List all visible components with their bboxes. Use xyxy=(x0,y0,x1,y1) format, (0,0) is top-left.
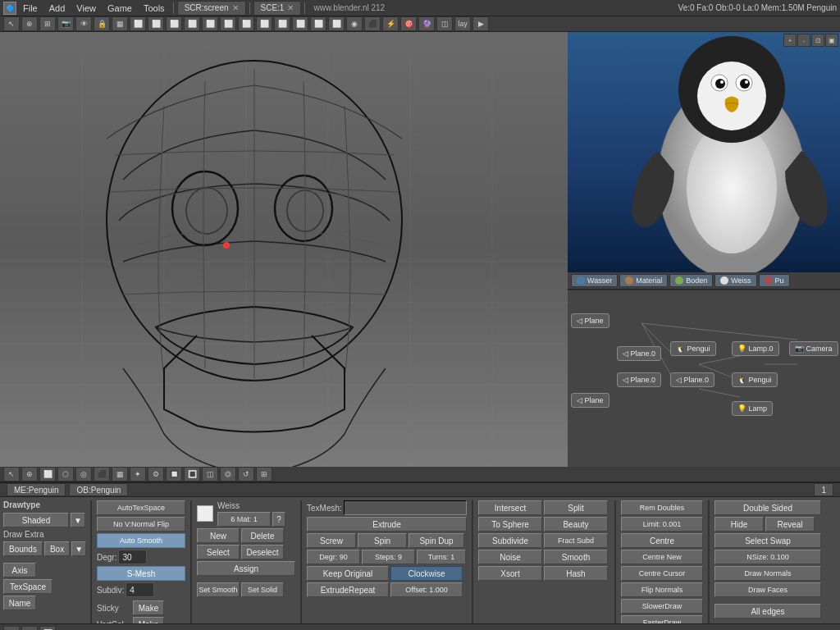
spin-dup-btn[interactable]: Spin Dup xyxy=(409,533,464,548)
centre-btn[interactable]: Centre xyxy=(621,533,703,548)
xsort-btn[interactable]: Xsort xyxy=(478,566,542,581)
box-dropdown[interactable]: ▼ xyxy=(71,541,86,556)
select-swap-btn[interactable]: Select Swap xyxy=(714,533,821,548)
3d-viewport[interactable] xyxy=(0,32,568,467)
mat-weiss[interactable]: Weiss xyxy=(714,274,756,286)
steps-field-btn[interactable]: Steps: 9 xyxy=(362,550,415,564)
tb-b4[interactable]: ⬜ xyxy=(184,16,200,31)
tb2-a4[interactable]: ⬡ xyxy=(57,467,74,482)
menu-file[interactable]: File xyxy=(18,1,43,16)
tb-mesh[interactable]: ▦ xyxy=(112,16,128,31)
tb-more[interactable]: ▶ xyxy=(472,16,489,31)
clockwise-btn[interactable]: Clockwise xyxy=(390,566,463,581)
name-btn[interactable]: Name xyxy=(3,596,36,610)
number-value[interactable]: 1 xyxy=(814,483,833,496)
keep-original-btn[interactable]: Keep Original xyxy=(307,566,389,581)
tb2-a7[interactable]: ▦ xyxy=(112,467,128,482)
bb-a2[interactable]: ⊕ xyxy=(21,626,38,631)
split-btn[interactable]: Split xyxy=(544,500,608,515)
bb-a3[interactable]: ⬜ xyxy=(39,626,56,631)
centre-cursor-btn[interactable]: Centre Cursor xyxy=(621,566,703,581)
texspace-btn[interactable]: TexSpace xyxy=(3,579,52,594)
tb-b5[interactable]: ⬜ xyxy=(202,16,218,31)
set-smooth-btn[interactable]: Set Smooth xyxy=(197,582,240,597)
tb2-a6[interactable]: ⬛ xyxy=(94,467,110,482)
hash-btn[interactable]: Hash xyxy=(544,566,608,581)
tb2-a9[interactable]: ⚙ xyxy=(148,467,164,482)
tb-b8[interactable]: ⬜ xyxy=(256,16,272,31)
tb-b11[interactable]: ⬜ xyxy=(310,16,326,31)
node-lamp1[interactable]: 💡 Lamp.0 xyxy=(732,341,779,356)
node-pengui2[interactable]: 🐧 Pengui xyxy=(732,372,778,387)
tb-lamp2[interactable]: ⚡ xyxy=(382,16,399,31)
weiss-color-swatch[interactable] xyxy=(197,505,213,522)
shaded-btn[interactable]: Shaded xyxy=(3,513,69,527)
mat-pu[interactable]: Pu xyxy=(759,274,790,286)
zoom-plus-btn[interactable]: + xyxy=(783,34,797,47)
node-lamp2[interactable]: 💡 Lamp xyxy=(732,401,773,416)
new-btn[interactable]: New xyxy=(197,528,240,543)
tb-grid[interactable]: ⊞ xyxy=(39,16,56,31)
tb-lock[interactable]: 🔒 xyxy=(94,16,110,31)
tb-b3[interactable]: ⬜ xyxy=(166,16,182,31)
tb2-a10[interactable]: 🔲 xyxy=(166,467,182,482)
turns-field-btn[interactable]: Turns: 1 xyxy=(417,550,466,564)
tb2-a14[interactable]: ↺ xyxy=(238,467,254,482)
flip-normals-btn[interactable]: Flip Normals xyxy=(621,582,703,597)
slower-draw-btn[interactable]: SlowerDraw xyxy=(621,599,703,614)
tb-b2[interactable]: ⬜ xyxy=(148,16,164,31)
node-plane3[interactable]: ◁ Plane.0 xyxy=(617,372,661,387)
tb2-a1[interactable]: ↖ xyxy=(3,467,20,482)
degr-input[interactable] xyxy=(118,550,147,564)
tb-b10[interactable]: ⬜ xyxy=(292,16,308,31)
node-plane2[interactable]: ◁ Plane.0 xyxy=(617,346,661,361)
offset-field-btn[interactable]: Offset: 1.000 xyxy=(390,582,463,597)
tb-cam[interactable]: 📷 xyxy=(57,16,74,31)
hide-btn[interactable]: Hide xyxy=(714,517,764,532)
sticky-make-btn[interactable]: Make xyxy=(133,600,164,615)
tb-b9[interactable]: ⬜ xyxy=(274,16,290,31)
mat-wasser[interactable]: Wasser xyxy=(571,274,618,286)
extrude-btn[interactable]: Extrude xyxy=(307,517,467,532)
centre-new-btn[interactable]: Centre New xyxy=(621,550,703,564)
node-plane1[interactable]: ◁ Plane xyxy=(571,313,609,328)
node-plane4[interactable]: ◁ Plane.0 xyxy=(670,372,714,387)
reveal-btn[interactable]: Reveal xyxy=(765,517,815,532)
rendered-view[interactable]: + - ⊡ ▣ xyxy=(568,32,840,272)
s-mesh-btn[interactable]: S-Mesh xyxy=(97,566,185,581)
smooth-btn[interactable]: Smooth xyxy=(544,550,608,564)
tb2-a5[interactable]: ◎ xyxy=(75,467,92,482)
draw-normals-btn[interactable]: Draw Normals xyxy=(714,566,821,581)
rem-doubles-btn[interactable]: Rem Doubles xyxy=(621,500,703,515)
tb-b7[interactable]: ⬜ xyxy=(238,16,254,31)
bounds-btn[interactable]: Bounds xyxy=(3,541,43,556)
box-btn[interactable]: Box xyxy=(44,541,70,556)
tb-arrow[interactable]: ↖ xyxy=(3,16,20,31)
to-sphere-btn[interactable]: To Sphere xyxy=(478,517,542,532)
menu-view[interactable]: View xyxy=(71,1,101,16)
tb-b12[interactable]: ⬜ xyxy=(328,16,345,31)
menu-add[interactable]: Add xyxy=(44,1,71,16)
tb2-a13[interactable]: ⏣ xyxy=(220,467,236,482)
zoom-minus-btn[interactable]: - xyxy=(797,34,810,47)
bb-a1[interactable]: ↖ xyxy=(3,626,20,631)
scene-tab[interactable]: SCE:1 ✕ xyxy=(253,1,302,16)
mat-question[interactable]: ? xyxy=(272,512,285,527)
tb-layer[interactable]: ◫ xyxy=(436,16,453,31)
tb-snap[interactable]: 🎯 xyxy=(400,16,417,31)
noise-btn[interactable]: Noise xyxy=(478,550,542,564)
menu-game[interactable]: Game xyxy=(103,1,137,16)
screen-tab[interactable]: SCR:screen ✕ xyxy=(177,1,246,16)
mat-field[interactable]: 6 Mat: 1 xyxy=(217,512,271,527)
node-editor[interactable]: ◁ Plane ◁ Plane.0 ◁ Plane.0 🐧 Pengui ◁ P… xyxy=(568,290,840,467)
tb2-a11[interactable]: 🔳 xyxy=(184,467,200,482)
me-field[interactable]: ME:Penguin xyxy=(7,483,66,496)
degr-field-btn[interactable]: Degr: 90 xyxy=(307,550,360,564)
view-btn[interactable]: ▣ xyxy=(825,34,838,47)
tb2-a2[interactable]: ⊕ xyxy=(21,467,38,482)
double-sided-btn[interactable]: Double Sided xyxy=(714,500,821,515)
autotexspace-btn[interactable]: AutoTexSpace xyxy=(97,500,185,515)
texmesh-input[interactable] xyxy=(344,500,467,515)
tb-lay2[interactable]: lay xyxy=(454,16,471,31)
set-solid-btn[interactable]: Set Solid xyxy=(241,582,284,597)
